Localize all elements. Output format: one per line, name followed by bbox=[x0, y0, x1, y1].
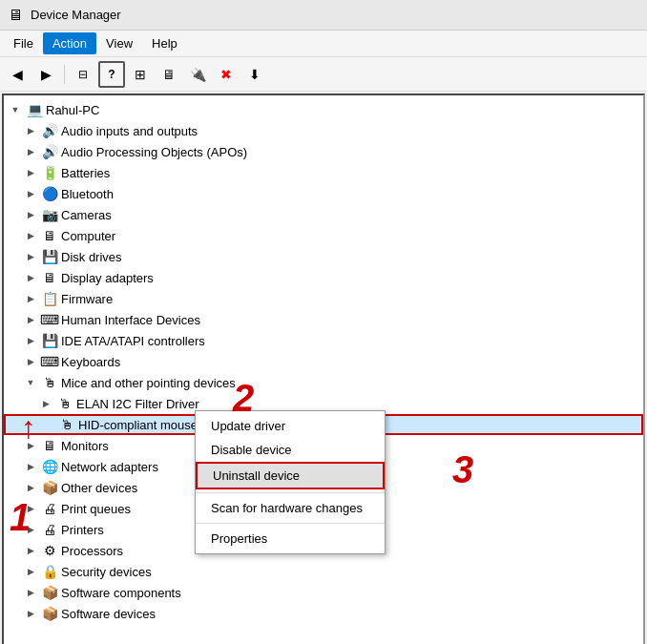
mice-icon: 🖱 bbox=[41, 374, 58, 391]
cameras-icon: 📷 bbox=[41, 206, 58, 223]
list-item[interactable]: ▶ 📦 Software components bbox=[4, 582, 643, 603]
disk-icon: 💾 bbox=[41, 248, 58, 265]
forward-button[interactable]: ▶ bbox=[32, 61, 59, 88]
expand-disk[interactable]: ▶ bbox=[23, 249, 38, 264]
elan-label: ELAN I2C Filter Driver bbox=[76, 397, 199, 411]
list-item[interactable]: ▼ 🖱 Mice and other pointing devices bbox=[4, 372, 643, 393]
expand-security[interactable]: ▶ bbox=[23, 564, 38, 579]
keyboards-label: Keyboards bbox=[61, 355, 120, 369]
display-icon: 🖥 bbox=[41, 269, 58, 286]
printers-icon: 🖨 bbox=[41, 521, 58, 538]
root-expand[interactable]: ▼ bbox=[8, 102, 23, 117]
computer-label: Computer bbox=[61, 229, 115, 243]
monitors-label: Monitors bbox=[61, 439, 109, 453]
list-item[interactable]: ▶ 📋 Firmware bbox=[4, 288, 643, 309]
menu-bar: File Action View Help bbox=[0, 31, 647, 57]
menu-action[interactable]: Action bbox=[43, 32, 96, 54]
display-button[interactable]: ⊞ bbox=[127, 61, 154, 88]
other-label: Other devices bbox=[61, 481, 137, 495]
hid-icon: ⌨ bbox=[41, 311, 58, 328]
list-item[interactable]: ▶ 🖥 Display adapters bbox=[4, 267, 643, 288]
firmware-icon: 📋 bbox=[41, 290, 58, 307]
expand-other[interactable]: ▶ bbox=[23, 480, 38, 495]
apo-label: Audio Processing Objects (APOs) bbox=[61, 145, 247, 159]
expand-computer[interactable]: ▶ bbox=[23, 228, 38, 243]
expand-batteries[interactable]: ▶ bbox=[23, 165, 38, 180]
expand-bluetooth[interactable]: ▶ bbox=[23, 186, 38, 201]
processors-icon: ⚙ bbox=[41, 542, 58, 559]
expand-sw-components[interactable]: ▶ bbox=[23, 585, 38, 600]
list-item[interactable]: ▶ 🔊 Audio inputs and outputs bbox=[4, 120, 643, 141]
keyboards-icon: ⌨ bbox=[41, 353, 58, 370]
monitors-icon: 🖥 bbox=[41, 437, 58, 454]
list-item[interactable]: ▶ 🔋 Batteries bbox=[4, 162, 643, 183]
expand-processors[interactable]: ▶ bbox=[23, 543, 38, 558]
download-button[interactable]: ⬇ bbox=[241, 61, 268, 88]
expand-cameras[interactable]: ▶ bbox=[23, 207, 38, 222]
context-sep-2 bbox=[196, 523, 385, 524]
network-label: Network adapters bbox=[61, 460, 158, 474]
expand-keyboards[interactable]: ▶ bbox=[23, 354, 38, 369]
firmware-label: Firmware bbox=[61, 292, 113, 306]
properties-button[interactable]: ⊟ bbox=[70, 61, 96, 88]
context-update-driver[interactable]: Update driver bbox=[196, 414, 385, 438]
title-bar-icon: 🖥 bbox=[8, 7, 23, 24]
monitor-button[interactable]: 🖥 bbox=[156, 61, 182, 88]
menu-help[interactable]: Help bbox=[142, 32, 187, 54]
ide-icon: 💾 bbox=[41, 332, 58, 349]
list-item[interactable]: ▶ 🔊 Audio Processing Objects (APOs) bbox=[4, 141, 643, 162]
expand-elan[interactable]: ▶ bbox=[38, 396, 53, 411]
list-item[interactable]: ▶ 💾 Disk drives bbox=[4, 246, 643, 267]
expand-hid-mouse[interactable] bbox=[40, 417, 55, 432]
menu-file[interactable]: File bbox=[4, 32, 43, 54]
toolbar: ◀ ▶ ⊟ ? ⊞ 🖥 🔌 ✖ ⬇ bbox=[0, 57, 647, 92]
context-disable-device[interactable]: Disable device bbox=[196, 438, 385, 462]
list-item[interactable]: ▶ 💾 IDE ATA/ATAPI controllers bbox=[4, 330, 643, 351]
expand-print-queues[interactable]: ▶ bbox=[23, 501, 38, 516]
expand-display[interactable]: ▶ bbox=[23, 270, 38, 285]
expand-hid[interactable]: ▶ bbox=[23, 312, 38, 327]
tree-root[interactable]: ▼ 💻 Rahul-PC bbox=[4, 99, 643, 120]
main-content[interactable]: ▼ 💻 Rahul-PC ▶ 🔊 Audio inputs and output… bbox=[2, 93, 645, 644]
context-scan-hardware[interactable]: Scan for hardware changes bbox=[196, 496, 385, 520]
hid-mouse-label: HID-compliant mouse bbox=[78, 418, 198, 432]
expand-audio-inputs[interactable]: ▶ bbox=[23, 123, 38, 138]
expand-sw-devices[interactable]: ▶ bbox=[23, 606, 38, 621]
context-properties[interactable]: Properties bbox=[196, 527, 385, 551]
expand-ide[interactable]: ▶ bbox=[23, 333, 38, 348]
expand-firmware[interactable]: ▶ bbox=[23, 291, 38, 306]
menu-view[interactable]: View bbox=[96, 32, 142, 54]
mice-label: Mice and other pointing devices bbox=[61, 376, 236, 390]
network-icon: 🌐 bbox=[41, 458, 58, 475]
security-icon: 🔒 bbox=[41, 563, 58, 580]
root-icon: 💻 bbox=[26, 101, 43, 118]
computer-icon: 🖥 bbox=[41, 227, 58, 244]
toolbar-sep-1 bbox=[64, 65, 65, 84]
list-item[interactable]: ▶ 📷 Cameras bbox=[4, 204, 643, 225]
list-item[interactable]: ▶ 📦 Software devices bbox=[4, 603, 643, 624]
batteries-icon: 🔋 bbox=[41, 164, 58, 181]
processors-label: Processors bbox=[61, 544, 123, 558]
print-queues-icon: 🖨 bbox=[41, 500, 58, 517]
expand-printers[interactable]: ▶ bbox=[23, 522, 38, 537]
plugin-button[interactable]: 🔌 bbox=[184, 61, 211, 88]
printers-label: Printers bbox=[61, 523, 104, 537]
hid-label: Human Interface Devices bbox=[61, 313, 200, 327]
list-item[interactable]: ▶ ⌨ Keyboards bbox=[4, 351, 643, 372]
list-item[interactable]: ▶ ⌨ Human Interface Devices bbox=[4, 309, 643, 330]
help-button[interactable]: ? bbox=[98, 61, 125, 88]
list-item[interactable]: ▶ 🖥 Computer bbox=[4, 225, 643, 246]
sw-devices-label: Software devices bbox=[61, 607, 156, 621]
expand-monitors[interactable]: ▶ bbox=[23, 438, 38, 453]
list-item[interactable]: ▶ 🔒 Security devices bbox=[4, 561, 643, 582]
context-uninstall-device[interactable]: Uninstall device bbox=[196, 462, 385, 489]
expand-apo[interactable]: ▶ bbox=[23, 144, 38, 159]
expand-mice[interactable]: ▼ bbox=[23, 375, 38, 390]
other-icon: 📦 bbox=[41, 479, 58, 496]
remove-button[interactable]: ✖ bbox=[213, 61, 240, 88]
audio-inputs-icon: 🔊 bbox=[41, 122, 58, 139]
context-menu: Update driver Disable device Uninstall d… bbox=[195, 410, 386, 554]
list-item[interactable]: ▶ 🔵 Bluetooth bbox=[4, 183, 643, 204]
back-button[interactable]: ◀ bbox=[4, 61, 31, 88]
expand-network[interactable]: ▶ bbox=[23, 459, 38, 474]
